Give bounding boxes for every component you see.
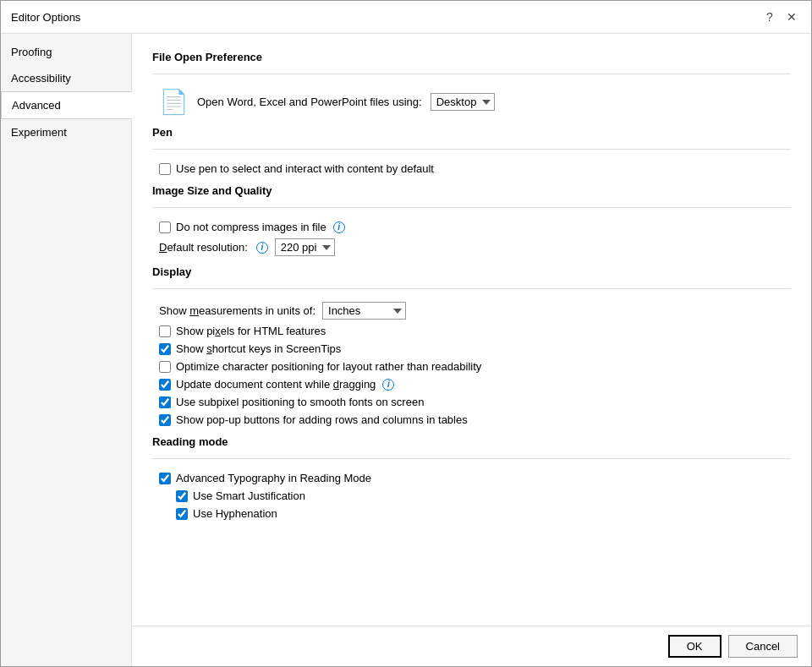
cancel-button[interactable]: Cancel bbox=[728, 635, 798, 658]
show-measurements-label: Show measurements in units of: bbox=[159, 304, 315, 317]
optimize-char-checkbox[interactable] bbox=[159, 361, 171, 373]
no-compress-checkbox[interactable] bbox=[159, 221, 171, 233]
pen-checkbox[interactable] bbox=[159, 163, 171, 175]
show-shortcut-label: Show shortcut keys in ScreenTips bbox=[176, 342, 341, 355]
update-doc-info-icon[interactable]: i bbox=[382, 379, 394, 391]
hyphenation-label: Use Hyphenation bbox=[193, 507, 277, 520]
sidebar-item-accessibility[interactable]: Accessibility bbox=[1, 65, 131, 91]
show-pixels-row: Show pixels for HTML features bbox=[152, 322, 791, 340]
sidebar-item-advanced[interactable]: Advanced bbox=[1, 91, 132, 119]
subpixel-row: Use subpixel positioning to smooth fonts… bbox=[152, 393, 791, 411]
show-pixels-label: Show pixels for HTML features bbox=[176, 325, 326, 337]
default-resolution-info-icon[interactable]: i bbox=[256, 242, 268, 254]
editor-options-dialog: Editor Options ? ✕ Proofing Accessibilit… bbox=[0, 0, 812, 667]
update-doc-checkbox[interactable] bbox=[159, 379, 171, 391]
sidebar-item-proofing[interactable]: Proofing bbox=[1, 39, 131, 65]
title-bar: Editor Options ? ✕ bbox=[1, 1, 811, 34]
dialog-body: Proofing Accessibility Advanced Experime… bbox=[1, 34, 811, 666]
advanced-typography-row: Advanced Typography in Reading Mode bbox=[152, 469, 791, 487]
divider-display bbox=[152, 288, 791, 289]
help-button[interactable]: ? bbox=[760, 8, 779, 26]
optimize-char-label: Optimize character positioning for layou… bbox=[176, 360, 481, 373]
smart-justification-checkbox[interactable] bbox=[176, 490, 188, 502]
optimize-char-row: Optimize character positioning for layou… bbox=[152, 358, 791, 375]
measurements-dropdown[interactable]: Inches Centimeters Millimeters Points Pi… bbox=[322, 302, 406, 320]
pen-checkbox-row: Use pen to select and interact with cont… bbox=[152, 160, 791, 178]
display-section: Display Show measurements in units of: I… bbox=[152, 265, 791, 429]
reading-mode-title: Reading mode bbox=[152, 435, 791, 448]
file-icon: 📄 bbox=[159, 88, 189, 116]
file-open-section: File Open Preference 📄 Open Word, Excel … bbox=[152, 51, 791, 119]
default-resolution-dropdown[interactable]: 96 ppi 150 ppi 220 ppi 330 ppi bbox=[275, 238, 335, 256]
smart-justification-label: Use Smart Justification bbox=[193, 489, 305, 502]
sidebar: Proofing Accessibility Advanced Experime… bbox=[1, 34, 132, 666]
content-scroll: File Open Preference 📄 Open Word, Excel … bbox=[132, 34, 811, 626]
sidebar-item-experiment[interactable]: Experiment bbox=[1, 119, 131, 145]
subpixel-label: Use subpixel positioning to smooth fonts… bbox=[176, 396, 424, 408]
popup-buttons-label: Show pop-up buttons for adding rows and … bbox=[176, 413, 468, 426]
footer: OK Cancel bbox=[132, 626, 811, 666]
popup-buttons-checkbox[interactable] bbox=[159, 414, 171, 426]
show-shortcut-row: Show shortcut keys in ScreenTips bbox=[152, 340, 791, 358]
file-open-dropdown[interactable]: Desktop Browser App bbox=[431, 93, 495, 111]
show-measurements-row: Show measurements in units of: Inches Ce… bbox=[152, 299, 791, 322]
pen-title: Pen bbox=[152, 126, 791, 139]
no-compress-info-icon[interactable]: i bbox=[333, 221, 345, 233]
hyphenation-row: Use Hyphenation bbox=[152, 505, 791, 522]
smart-justification-row: Use Smart Justification bbox=[152, 487, 791, 505]
subpixel-checkbox[interactable] bbox=[159, 396, 171, 408]
reading-mode-section: Reading mode Advanced Typography in Read… bbox=[152, 435, 791, 522]
divider-image bbox=[152, 207, 791, 208]
divider-pen bbox=[152, 149, 791, 150]
pen-label: Use pen to select and interact with cont… bbox=[176, 162, 434, 175]
show-shortcut-checkbox[interactable] bbox=[159, 343, 171, 355]
default-resolution-row: Default resolution: i 96 ppi 150 ppi 220… bbox=[152, 236, 791, 259]
divider-file-open bbox=[152, 74, 791, 74]
default-resolution-label: Default resolution: bbox=[159, 241, 248, 254]
close-button[interactable]: ✕ bbox=[782, 8, 801, 26]
content-area: File Open Preference 📄 Open Word, Excel … bbox=[132, 34, 811, 666]
title-bar-buttons: ? ✕ bbox=[760, 8, 801, 26]
hyphenation-checkbox[interactable] bbox=[176, 508, 188, 520]
file-open-row: 📄 Open Word, Excel and PowerPoint files … bbox=[152, 85, 791, 119]
show-pixels-checkbox[interactable] bbox=[159, 325, 171, 337]
file-open-label: Open Word, Excel and PowerPoint files us… bbox=[197, 96, 422, 108]
advanced-typography-label: Advanced Typography in Reading Mode bbox=[176, 472, 371, 484]
divider-reading-mode bbox=[152, 458, 791, 459]
popup-buttons-row: Show pop-up buttons for adding rows and … bbox=[152, 411, 791, 429]
no-compress-label: Do not compress images in file bbox=[176, 221, 326, 233]
ok-button[interactable]: OK bbox=[668, 635, 721, 658]
image-title: Image Size and Quality bbox=[152, 184, 791, 197]
pen-section: Pen Use pen to select and interact with … bbox=[152, 126, 791, 178]
no-compress-row: Do not compress images in file i bbox=[152, 218, 791, 236]
update-doc-row: Update document content while dragging i bbox=[152, 375, 791, 393]
dialog-title: Editor Options bbox=[11, 11, 80, 24]
image-section: Image Size and Quality Do not compress i… bbox=[152, 184, 791, 259]
advanced-typography-checkbox[interactable] bbox=[159, 473, 171, 484]
update-doc-label: Update document content while dragging bbox=[176, 378, 376, 391]
file-open-title: File Open Preference bbox=[152, 51, 791, 63]
display-title: Display bbox=[152, 265, 791, 278]
